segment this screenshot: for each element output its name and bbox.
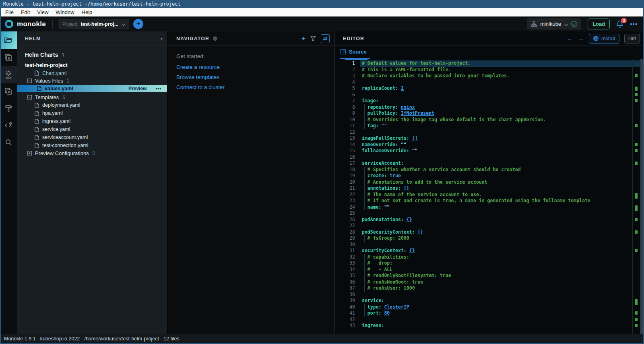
line-number: 18 xyxy=(335,167,355,173)
code-line-30[interactable]: 30 xyxy=(335,242,644,248)
code-line-25[interactable]: 25 xyxy=(335,210,644,217)
rail-item-kustomize[interactable]: K xyxy=(0,49,17,66)
code-line-19[interactable]: 19 create: true xyxy=(335,173,644,179)
menu-item-window[interactable]: Window xyxy=(52,8,78,17)
code-line-39[interactable]: 39service: xyxy=(335,298,644,304)
tree-item-values-yaml-selected[interactable]: values.yaml Preview ••• xyxy=(17,85,167,92)
tree-item-chart-yaml[interactable]: Chart.yaml xyxy=(17,69,167,77)
row-menu-button[interactable]: ••• xyxy=(155,86,161,91)
rail-item-images[interactable] xyxy=(0,83,17,100)
filter-icon[interactable] xyxy=(310,36,316,41)
link-browse-templates[interactable]: Browse templates xyxy=(176,73,334,81)
code-line-15[interactable]: 15fullnameOverride: "" xyxy=(335,148,644,154)
code-line-3[interactable]: 3# Declare variables to be passed into y… xyxy=(335,73,644,79)
preview-button[interactable]: Preview xyxy=(128,86,147,91)
expand-plus-icon[interactable]: + xyxy=(27,151,32,155)
code-line-33[interactable]: 33 # drop: xyxy=(335,260,644,267)
link-connect-to-a-cluster[interactable]: Connect to a cluster xyxy=(176,83,334,91)
sync-swap-button[interactable]: ⇄ xyxy=(321,34,330,43)
code-line-10[interactable]: 10 # Overrides the image tag whose defau… xyxy=(335,117,644,123)
code-line-18[interactable]: 18 # Specifies whether a service account… xyxy=(335,167,644,173)
code-line-34[interactable]: 34 # - ALL xyxy=(335,267,644,273)
tab-source[interactable]: Source xyxy=(340,49,370,59)
rail-item-templates[interactable] xyxy=(0,100,17,117)
tree-item-chart-root[interactable]: test-helm-project xyxy=(17,60,167,69)
tree-item-test-connection.yaml[interactable]: test-connection.yaml xyxy=(17,141,167,149)
navigate-forward-button[interactable]: → xyxy=(578,35,584,42)
code-line-32[interactable]: 32 # capabilities: xyxy=(335,254,644,261)
install-button[interactable]: Install xyxy=(589,34,619,44)
navigate-back-button[interactable]: ← xyxy=(567,35,573,42)
tree-group-preview-configurations[interactable]: + Preview Configurations 0 xyxy=(17,149,167,157)
tree-group-templates[interactable]: − Templates 6 xyxy=(17,93,167,101)
new-resource-button[interactable]: + xyxy=(301,36,305,41)
code-text: serviceAccount: xyxy=(362,160,404,167)
code-line-36[interactable]: 36 # runAsNonRoot: true xyxy=(335,279,644,286)
tree-item-hpa.yaml[interactable]: hpa.yaml xyxy=(17,109,167,117)
code-line-4[interactable]: 4 xyxy=(335,79,644,86)
code-line-14[interactable]: 14nameOverride: "" xyxy=(335,142,644,148)
rail-item-search[interactable] xyxy=(0,134,17,151)
code-line-23[interactable]: 23 # If not set and create is true, a na… xyxy=(335,198,644,204)
rail-item-validation[interactable] xyxy=(0,117,17,134)
code-line-8[interactable]: 8 repository: nginx xyxy=(335,104,644,111)
code-line-40[interactable]: 40 type: ClusterIP xyxy=(335,304,644,311)
menu-item-help[interactable]: Help xyxy=(78,8,96,17)
code-line-20[interactable]: 20 # Annotations to add to the service a… xyxy=(335,179,644,186)
tree-group-values-files[interactable]: − Values Files 1 xyxy=(17,77,167,85)
helm-charts-count: 1 xyxy=(62,52,64,58)
tree-item-service.yaml[interactable]: service.yaml xyxy=(17,125,167,133)
code-text: # - ALL xyxy=(362,267,392,273)
code-line-26[interactable]: 26podAnnotations: {} xyxy=(335,217,644,223)
code-line-37[interactable]: 37 # runAsUser: 1000 xyxy=(335,285,644,292)
code-line-12[interactable]: 12 xyxy=(335,129,644,136)
code-line-21[interactable]: 21 annotations: {} xyxy=(335,185,644,192)
helm-panel: HELM ◂ Helm Charts 1 test-helm-project C… xyxy=(17,31,167,334)
rail-item-helm[interactable]: HELM xyxy=(0,66,17,83)
collapse-panel-icon[interactable]: ◂ xyxy=(160,36,162,41)
code-line-42[interactable]: 42 xyxy=(335,317,644,323)
code-line-11[interactable]: 11 tag: "" xyxy=(335,123,644,129)
code-line-16[interactable]: 16 xyxy=(335,154,644,161)
tree-item-deployment.yaml[interactable]: deployment.yaml xyxy=(17,101,167,109)
code-line-28[interactable]: 28podSecurityContext: {} xyxy=(335,229,644,236)
code-line-31[interactable]: 31securityContext: {} xyxy=(335,248,644,254)
code-line-27[interactable]: 27 xyxy=(335,223,644,229)
code-line-38[interactable]: 38 xyxy=(335,292,644,298)
menu-item-file[interactable]: File xyxy=(2,8,17,17)
svg-text:HELM: HELM xyxy=(6,77,12,79)
project-selector[interactable]: Project test-helm-proj... xyxy=(58,19,129,29)
code-line-7[interactable]: 7image: xyxy=(335,98,644,104)
code-text: # Annotations to add to the service acco… xyxy=(362,179,487,186)
collapse-minus-icon[interactable]: − xyxy=(27,79,32,83)
code-line-22[interactable]: 22 # The name of the service account to … xyxy=(335,192,644,198)
code-line-13[interactable]: 13imagePullSecrets: [] xyxy=(335,135,644,142)
code-editor[interactable]: 1# Default values for test-helm-project.… xyxy=(335,59,644,334)
load-button[interactable]: Load xyxy=(588,19,610,29)
editor-scroll-indicator[interactable] xyxy=(345,59,367,60)
code-line-35[interactable]: 35 # readOnlyRootFilesystem: true xyxy=(335,273,644,279)
menu-item-view[interactable]: View xyxy=(33,8,52,17)
code-line-2[interactable]: 2# This is a YAML-formatted file. xyxy=(335,67,644,73)
code-line-43[interactable]: 43ingress: xyxy=(335,323,644,329)
collapse-minus-icon[interactable]: − xyxy=(27,95,32,99)
diff-button[interactable]: Diff xyxy=(624,34,640,44)
code-line-24[interactable]: 24 name: "" xyxy=(335,204,644,211)
new-project-button[interactable]: + xyxy=(133,19,143,29)
cluster-selector[interactable]: minikube xyxy=(527,19,581,29)
code-line-9[interactable]: 9 pullPolicy: IfNotPresent xyxy=(335,110,644,117)
line-number: 6 xyxy=(335,92,355,98)
code-line-17[interactable]: 17serviceAccount: xyxy=(335,160,644,167)
tree-item-ingress.yaml[interactable]: ingress.yaml xyxy=(17,117,167,125)
code-line-6[interactable]: 6 xyxy=(335,92,644,98)
rail-item-file-explorer[interactable] xyxy=(0,31,17,49)
code-line-41[interactable]: 41 port: 80 xyxy=(335,310,644,317)
tree-item-serviceaccount.yaml[interactable]: serviceaccount.yaml xyxy=(17,133,167,141)
overflow-menu-button[interactable]: ••• xyxy=(630,21,638,27)
code-line-29[interactable]: 29 # fsGroup: 2000 xyxy=(335,235,644,242)
code-line-1[interactable]: 1# Default values for test-helm-project. xyxy=(335,60,644,67)
code-line-5[interactable]: 5replicaCount: 1 xyxy=(335,85,644,92)
link-create-a-resource[interactable]: Create a resource xyxy=(176,63,334,71)
notifications-button[interactable]: 3 xyxy=(616,20,623,28)
menu-item-edit[interactable]: Edit xyxy=(17,8,33,17)
